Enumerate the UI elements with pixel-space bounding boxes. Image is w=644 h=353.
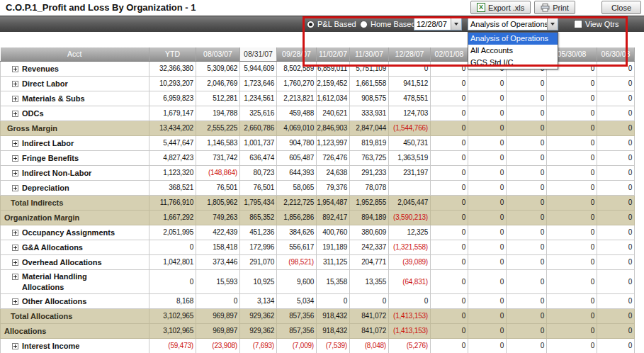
value-cell: 605,487 (277, 150, 317, 165)
column-header-08-03-07[interactable]: 08/03/07 (196, 47, 240, 61)
table-row[interactable]: Materials & Subs6,959,823512,2811,234,56… (1, 91, 635, 106)
radio-unselected-icon[interactable] (360, 21, 368, 28)
column-header-ytd[interactable]: YTD (149, 47, 196, 61)
pnl-table: AcctYTD08/03/0708/31/0709/28/0711/02/071… (0, 47, 634, 353)
value-cell: 0 (547, 254, 597, 269)
value-cell: 0 (468, 225, 507, 240)
column-header-09-28-07[interactable]: 09/28/07 (277, 47, 317, 61)
table-row[interactable]: Depreciation368,52176,50176,50158,06579,… (1, 180, 635, 195)
value-cell: 0 (507, 210, 547, 225)
value-cell: 2,846,903 (317, 121, 350, 135)
expand-plus-icon[interactable] (12, 245, 18, 251)
value-cell: 0 (431, 323, 468, 338)
view-select-dropdown: Analysis of OperationsAll AccountsGCS St… (468, 32, 558, 69)
radio-pl-based[interactable]: P&L Based (307, 20, 356, 28)
value-cell: 0 (547, 338, 597, 353)
expand-plus-icon[interactable] (12, 66, 18, 72)
radio-home-based[interactable]: Home Based (360, 20, 416, 28)
value-cell: (39,089) (389, 254, 431, 269)
dropdown-option[interactable]: All Accounts (468, 45, 558, 57)
close-button[interactable]: Close (601, 1, 641, 14)
value-cell: 0 (507, 254, 547, 269)
value-cell: (7,539) (317, 338, 350, 353)
expand-plus-icon[interactable] (12, 155, 18, 162)
value-cell: 76,501 (240, 180, 277, 195)
chevron-down-icon[interactable] (547, 18, 558, 30)
value-cell: 1,667,292 (149, 210, 196, 225)
value-cell: 0 (431, 225, 468, 240)
value-cell: 865,352 (240, 210, 277, 225)
expand-plus-icon[interactable] (12, 343, 18, 349)
value-cell: 0 (468, 91, 507, 106)
value-cell: 0 (507, 308, 547, 323)
chevron-down-icon[interactable] (451, 18, 461, 30)
expand-plus-icon[interactable] (12, 230, 18, 236)
value-cell: (3,590,213) (389, 210, 431, 225)
view-qtrs-checkbox[interactable]: View Qtrs (574, 20, 618, 28)
column-header-08-31-07[interactable]: 08/31/07 (240, 47, 277, 61)
value-cell: 1,723,646 (240, 76, 277, 91)
radio-selected-icon[interactable] (307, 21, 315, 28)
print-button[interactable]: Print (534, 1, 575, 14)
dropdown-option[interactable]: Analysis of Operations (468, 33, 558, 45)
table-row[interactable]: Overhead Allocations1,042,801373,446291,… (1, 254, 635, 269)
column-header-12-28-07[interactable]: 12/28/07 (389, 47, 431, 61)
row-label-cell: Indirect Non-Labor (1, 165, 149, 180)
value-cell: 763,725 (350, 150, 389, 165)
table-row[interactable]: ODCs1,679,147194,788325,616459,488240,62… (1, 106, 635, 121)
column-header-02-01-08[interactable]: 02/01/08 (431, 47, 468, 61)
table-row[interactable]: Direct Labor10,293,2072,046,7691,723,646… (1, 76, 635, 91)
pnl-grid: AcctYTD08/03/0708/31/0709/28/0711/02/071… (0, 47, 635, 353)
table-row[interactable]: Indirect Non-Labor1,123,320(148,864)80,7… (1, 165, 635, 180)
table-row[interactable]: G&A Allocations0158,418172,996556,617191… (1, 240, 635, 254)
value-cell: (23,908) (196, 338, 240, 353)
value-cell: 0 (149, 269, 196, 293)
value-cell: 15,358 (317, 269, 350, 293)
expand-plus-icon[interactable] (12, 96, 18, 102)
table-row[interactable]: Interest Income(59,473)(23,908)(7,693)(7… (1, 338, 635, 353)
value-cell: 0 (431, 195, 468, 210)
value-cell: 929,362 (240, 308, 277, 323)
table-row[interactable]: Material Handling Allocations015,59310,9… (1, 269, 635, 293)
table-row[interactable]: Occupancy Assignments2,051,995422,439451… (1, 225, 635, 240)
date-select[interactable]: 12/28/07 (414, 18, 462, 30)
row-label-cell: Fringe Benefits (1, 150, 149, 165)
expand-plus-icon[interactable] (12, 111, 18, 117)
table-row[interactable]: Indirect Labor5,447,6471,146,5831,001,73… (1, 135, 635, 150)
export-xls-button[interactable]: X Export .xls (470, 1, 531, 14)
expand-plus-icon[interactable] (12, 170, 18, 176)
column-header-acct[interactable]: Acct (1, 47, 149, 61)
value-cell: 904,780 (277, 135, 317, 150)
column-header-06-30-08[interactable]: 06/30/08 (597, 47, 635, 61)
row-label-cell: Other Allocations (1, 293, 149, 308)
value-cell: 0 (547, 308, 597, 323)
value-cell: 0 (507, 180, 547, 195)
expand-plus-icon[interactable] (12, 298, 18, 305)
view-select[interactable]: Analysis of Operations (468, 18, 558, 30)
expand-plus-icon[interactable] (12, 274, 18, 280)
value-cell: 0 (431, 76, 468, 91)
expand-plus-icon[interactable] (12, 259, 18, 266)
value-cell: 0 (468, 269, 507, 293)
row-label: Indirect Labor (22, 139, 74, 147)
expand-plus-icon[interactable] (12, 81, 18, 87)
value-cell: 918,432 (317, 308, 350, 323)
titlebar: C.O.P.1_Profit and Loss By Organization … (0, 0, 644, 16)
dropdown-option[interactable]: GCS Std I/C (468, 57, 558, 69)
expand-plus-icon[interactable] (12, 185, 18, 191)
value-cell: 2,212,725 (277, 195, 317, 210)
column-header-11-30-07[interactable]: 11/30/07 (350, 47, 389, 61)
value-cell: 204,771 (350, 254, 389, 269)
checkbox-icon[interactable] (574, 20, 582, 28)
value-cell: 5,034 (277, 293, 317, 308)
value-cell: 242,337 (350, 240, 389, 254)
value-cell: 24,638 (317, 165, 350, 180)
table-row[interactable]: Other Allocations8,16803,1345,0340000000… (1, 293, 635, 308)
column-header-11-02-07[interactable]: 11/02/07 (317, 47, 350, 61)
value-cell: 0 (431, 293, 468, 308)
table-row[interactable]: Fringe Benefits4,827,423731,742636,47460… (1, 150, 635, 165)
value-cell: 0 (597, 240, 635, 254)
expand-plus-icon[interactable] (12, 140, 18, 147)
value-cell: 0 (597, 165, 635, 180)
value-cell: 0 (468, 210, 507, 225)
